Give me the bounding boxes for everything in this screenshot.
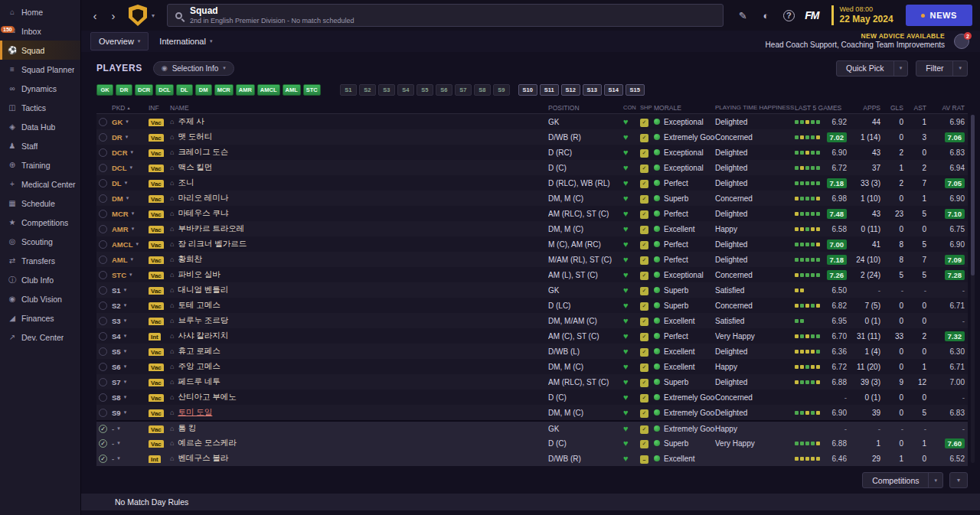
player-name-cell[interactable]: ⌂마테우스 쿠냐 xyxy=(170,208,548,219)
player-name-cell[interactable]: ⌂파비오 실바 xyxy=(170,269,548,280)
scrollbar-thumb[interactable] xyxy=(971,115,975,275)
row-checkbox[interactable] xyxy=(99,286,107,295)
sidebar-item-squad-planner[interactable]: ≡Squad Planner xyxy=(0,60,80,79)
player-name-cell[interactable]: ⌂사샤 칼라지치 xyxy=(170,331,548,341)
title-panel[interactable]: Squad 2nd in English Premier Division - … xyxy=(167,4,724,27)
info-badge[interactable]: Vac xyxy=(149,409,164,417)
filter-button[interactable]: Filter ▾ xyxy=(916,60,968,77)
info-badge[interactable]: Vac xyxy=(149,210,164,218)
player-row[interactable]: GK▾Vac⌂주제 사GK♥✓ExceptionalDelighted6.924… xyxy=(96,114,968,129)
collapse-panel-button[interactable]: ▾ xyxy=(949,472,968,488)
picked-position-cell[interactable]: DR▾ xyxy=(112,133,149,142)
sidebar-item-schedule[interactable]: ▦Schedule xyxy=(0,194,80,213)
picked-position-cell[interactable]: S3▾ xyxy=(112,317,149,325)
picked-position-cell[interactable]: S1▾ xyxy=(112,286,149,295)
news-button[interactable]: NEWS xyxy=(906,5,972,26)
info-badge[interactable]: Vac xyxy=(149,302,164,310)
picked-position-cell[interactable]: DCR▾ xyxy=(112,148,149,157)
vertical-scrollbar[interactable] xyxy=(971,115,975,463)
info-badge[interactable]: Vac xyxy=(149,134,164,142)
info-badge[interactable]: Vac xyxy=(149,394,164,402)
picked-position-cell[interactable]: S9▾ xyxy=(112,409,149,417)
info-badge[interactable]: Vac xyxy=(149,195,164,203)
competitions-dropdown[interactable]: Competitions ▾ xyxy=(862,472,943,488)
picked-position-cell[interactable]: S7▾ xyxy=(112,378,149,386)
sidebar-item-club-info[interactable]: ⓘClub Info xyxy=(0,270,80,289)
sidebar-item-data-hub[interactable]: ◈Data Hub xyxy=(0,117,80,136)
player-name-cell[interactable]: ⌂마리오 레미나 xyxy=(170,193,548,204)
position-filter-stc[interactable]: STC xyxy=(303,84,321,96)
picked-position-cell[interactable]: GK▾ xyxy=(112,118,149,126)
player-row[interactable]: S2▾Vac⌂토테 고메스D (LC)♥✓SuperbConcerned6.82… xyxy=(96,298,968,313)
sub-slot-s8[interactable]: S8 xyxy=(474,84,491,96)
player-name-cell[interactable]: ⌂대니얼 벤틀리 xyxy=(170,285,548,295)
position-filter-gk[interactable]: GK xyxy=(96,84,113,96)
picked-position-cell[interactable]: -▾ xyxy=(112,439,149,448)
picked-position-cell[interactable]: AMCL▾ xyxy=(112,240,149,249)
sub-slot-s15[interactable]: S15 xyxy=(626,84,645,96)
row-checkbox[interactable] xyxy=(99,409,107,417)
player-row[interactable]: DCR▾Vac⌂크레이그 도슨D (RC)♥✓ExceptionalDeligh… xyxy=(96,145,968,160)
sidebar-item-home[interactable]: ⌂Home xyxy=(0,2,80,21)
row-checkbox[interactable] xyxy=(99,363,107,371)
sidebar-item-club-vision[interactable]: ◉Club Vision xyxy=(0,289,80,308)
info-badge[interactable]: Vac xyxy=(149,287,164,295)
info-badge[interactable]: Vac xyxy=(149,149,164,157)
picked-position-cell[interactable]: STC▾ xyxy=(112,271,149,279)
position-filter-dcl[interactable]: DCL xyxy=(155,84,173,96)
player-name-cell[interactable]: ⌂예르손 모스케라 xyxy=(170,438,548,448)
player-name-cell[interactable]: ⌂톰 킹 xyxy=(170,423,548,434)
manager-avatar[interactable]: 2 xyxy=(954,34,969,49)
player-row[interactable]: S8▾Vac⌂산티아고 부에노D (C)♥✓Extremely GoodConc… xyxy=(96,390,968,405)
position-filter-aml[interactable]: AML xyxy=(283,84,301,96)
player-row[interactable]: MCR▾Vac⌂마테우스 쿠냐AM (RLC), ST (C)♥✓Perfect… xyxy=(96,206,968,221)
sidebar-item-training[interactable]: ⊕Training xyxy=(0,155,80,174)
player-name-cell[interactable]: ⌂장 리크너 벨가르드 xyxy=(170,239,548,249)
player-name-cell[interactable]: ⌂토미 도일 xyxy=(170,407,548,418)
picked-position-cell[interactable]: S8▾ xyxy=(112,393,149,402)
player-row[interactable]: STC▾Vac⌂파비오 실바AM (L), ST (C)♥✓Exceptiona… xyxy=(96,267,968,282)
sidebar-item-tactics[interactable]: ◫Tactics xyxy=(0,98,80,117)
info-badge[interactable]: Int xyxy=(149,455,161,463)
player-row[interactable]: DR▾Vac⌂맷 도허티D/WB (R)♥✓Extremely GoodConc… xyxy=(96,129,968,145)
world-icon[interactable]: ◐ xyxy=(756,5,776,25)
quick-pick-button[interactable]: Quick Pick ▾ xyxy=(836,60,908,77)
row-checkbox[interactable] xyxy=(99,118,107,126)
sub-slot-s13[interactable]: S13 xyxy=(583,84,602,96)
info-badge[interactable]: Vac xyxy=(149,318,164,325)
player-row[interactable]: DCL▾Vac⌂맥스 킬먼D (C)♥✓ExceptionalDelighted… xyxy=(96,160,968,175)
picked-position-cell[interactable]: S6▾ xyxy=(112,363,149,371)
row-checkbox[interactable] xyxy=(99,179,107,187)
sidebar-item-inbox[interactable]: 150✉Inbox xyxy=(0,21,80,41)
player-name-cell[interactable]: ⌂맷 도허티 xyxy=(170,132,548,142)
player-name-cell[interactable]: ⌂페드루 네투 xyxy=(170,376,548,387)
player-row[interactable]: DL▾Vac⌂조니D (RLC), WB (RL)♥✓PerfectDeligh… xyxy=(96,175,968,191)
sub-slot-s2[interactable]: S2 xyxy=(359,84,376,96)
chevron-down-icon[interactable]: ▾ xyxy=(152,12,155,19)
info-badge[interactable]: Vac xyxy=(149,226,164,233)
selection-info-dropdown[interactable]: ◉ Selection Info ▾ xyxy=(153,61,234,76)
player-row[interactable]: S9▾Vac⌂토미 도일DM, M (C)♥✓Extremely GoodDel… xyxy=(96,405,968,420)
picked-position-cell[interactable]: S5▾ xyxy=(112,347,149,356)
player-name-cell[interactable]: ⌂크레이그 도슨 xyxy=(170,147,548,158)
chevron-down-icon[interactable]: ▾ xyxy=(952,61,967,76)
row-checkbox[interactable] xyxy=(99,225,107,233)
forward-button[interactable]: › xyxy=(106,6,121,24)
tab-overview[interactable]: Overview▾ xyxy=(90,32,149,51)
info-badge[interactable]: Vac xyxy=(149,379,164,386)
sidebar-item-staff[interactable]: ♟Staff xyxy=(0,136,80,155)
sidebar-item-dev-center[interactable]: ↗Dev. Center xyxy=(0,328,80,347)
player-row[interactable]: S7▾Vac⌂페드루 네투AM (RLC), ST (C)♥✓SuperbDel… xyxy=(96,374,968,390)
row-checkbox[interactable] xyxy=(99,133,107,142)
picked-position-cell[interactable]: AML▾ xyxy=(112,256,149,264)
info-badge[interactable]: Vac xyxy=(149,363,164,371)
sidebar-item-transfers[interactable]: ⇄Transfers xyxy=(0,251,80,270)
player-row[interactable]: S1▾Vac⌂대니얼 벤틀리GK♥✓SuperbSatisfied6.50---… xyxy=(96,282,968,298)
sub-slot-s4[interactable]: S4 xyxy=(397,84,414,96)
picked-position-cell[interactable]: DL▾ xyxy=(112,179,149,187)
player-name-cell[interactable]: ⌂브루누 조르당 xyxy=(170,315,548,326)
picked-position-cell[interactable]: -▾ xyxy=(112,455,149,463)
sub-slot-s10[interactable]: S10 xyxy=(518,84,537,96)
row-checkbox[interactable] xyxy=(99,393,107,402)
sub-slot-s9[interactable]: S9 xyxy=(493,84,510,96)
